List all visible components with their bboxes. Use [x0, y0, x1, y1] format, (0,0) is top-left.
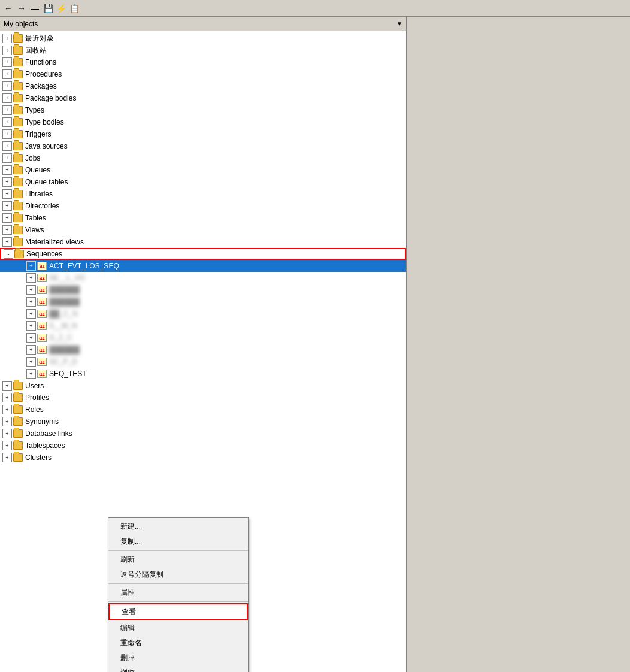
- menu-item-copy[interactable]: 复制...: [108, 534, 248, 549]
- expand-seq-1[interactable]: +: [26, 261, 36, 271]
- expand-recent[interactable]: +: [2, 34, 12, 43]
- label-triggers: Triggers: [25, 130, 52, 138]
- tree-item-package-bodies[interactable]: + Package bodies: [0, 92, 406, 104]
- expand-seq-3[interactable]: +: [26, 285, 36, 295]
- tree-item-seq-9[interactable]: + az SC_P_D: [0, 356, 406, 368]
- tree-item-database-links[interactable]: + Database links: [0, 428, 406, 440]
- menu-item-refresh[interactable]: 刷新: [108, 552, 248, 567]
- expand-synonyms[interactable]: +: [2, 417, 12, 426]
- label-views: Views: [25, 226, 44, 234]
- expand-directories[interactable]: +: [2, 201, 12, 211]
- dash-icon[interactable]: —: [29, 2, 41, 14]
- tree-item-clusters[interactable]: + Clusters: [0, 452, 406, 464]
- tree-item-packages[interactable]: + Packages: [0, 80, 406, 92]
- expand-seq-5[interactable]: +: [26, 309, 36, 319]
- tree-container[interactable]: + 最近对象 + 回收站 + Functions + Procedures +: [0, 31, 406, 672]
- tree-item-seq-5[interactable]: + az ██_C_N: [0, 308, 406, 320]
- menu-item-view[interactable]: 查看: [108, 603, 248, 620]
- expand-materialized-views[interactable]: +: [2, 237, 12, 247]
- expand-libraries[interactable]: +: [2, 189, 12, 199]
- expand-package-bodies[interactable]: +: [2, 93, 12, 103]
- menu-sep-3: [108, 601, 248, 602]
- expand-seq-4[interactable]: +: [26, 297, 36, 307]
- tree-item-recycle[interactable]: + 回收站: [0, 44, 406, 56]
- tree-item-queue-tables[interactable]: + Queue tables: [0, 176, 406, 188]
- tree-item-type-bodies[interactable]: + Type bodies: [0, 116, 406, 128]
- expand-procedures[interactable]: +: [2, 69, 12, 79]
- expand-java-sources[interactable]: +: [2, 141, 12, 151]
- tree-item-users[interactable]: + Users: [0, 380, 406, 392]
- expand-profiles[interactable]: +: [2, 393, 12, 402]
- expand-functions[interactable]: +: [2, 57, 12, 67]
- expand-seq-6[interactable]: +: [26, 321, 36, 331]
- list-icon[interactable]: 📋: [68, 2, 80, 14]
- expand-database-links[interactable]: +: [2, 429, 12, 438]
- folder-icon-queues: [13, 166, 23, 174]
- context-menu: 新建... 复制... 刷新 逗号分隔复制 属性: [108, 517, 249, 672]
- lightning-icon[interactable]: ⚡: [55, 2, 67, 14]
- tree-item-seq-10[interactable]: + az SEQ_TEST: [0, 368, 406, 380]
- tree-item-seq-1[interactable]: + az ACT_EVT_LOS_SEQ: [0, 260, 406, 272]
- menu-item-edit[interactable]: 编辑: [108, 620, 248, 635]
- tree-item-seq-4[interactable]: + az ██████: [0, 296, 406, 308]
- tree-item-views[interactable]: + Views: [0, 224, 406, 236]
- expand-recycle[interactable]: +: [2, 46, 12, 55]
- panel-arrow[interactable]: ▼: [396, 20, 402, 27]
- expand-users[interactable]: +: [2, 381, 12, 391]
- menu-item-properties[interactable]: 属性: [108, 585, 248, 600]
- expand-type-bodies[interactable]: +: [2, 117, 12, 127]
- tree-item-queues[interactable]: + Queues: [0, 164, 406, 176]
- expand-seq-2[interactable]: +: [26, 273, 36, 283]
- menu-item-comma-copy[interactable]: 逗号分隔复制: [108, 567, 248, 582]
- expand-sequences[interactable]: -: [4, 249, 13, 259]
- menu-item-delete[interactable]: 删掉: [108, 650, 248, 665]
- tree-item-profiles[interactable]: + Profiles: [0, 392, 406, 404]
- tree-item-directories[interactable]: + Directories: [0, 200, 406, 212]
- tree-item-functions[interactable]: + Functions: [0, 56, 406, 68]
- expand-views[interactable]: +: [2, 225, 12, 235]
- tree-item-sequences[interactable]: - Sequences: [0, 248, 406, 260]
- tree-item-roles[interactable]: + Roles: [0, 404, 406, 416]
- tree-item-seq-8[interactable]: + az ██████: [0, 344, 406, 356]
- tree-item-types[interactable]: + Types: [0, 104, 406, 116]
- folder-icon-recent: [13, 34, 23, 43]
- tree-item-seq-7[interactable]: + az G_Z_C: [0, 332, 406, 344]
- expand-triggers[interactable]: +: [2, 129, 12, 139]
- tree-item-java-sources[interactable]: + Java sources: [0, 140, 406, 152]
- right-panel: [407, 17, 630, 672]
- expand-seq-9[interactable]: +: [26, 357, 36, 367]
- expand-clusters[interactable]: +: [2, 453, 12, 462]
- expand-queues[interactable]: +: [2, 165, 12, 175]
- expand-seq-10[interactable]: +: [26, 369, 36, 379]
- seq-icon-3: az: [37, 286, 47, 294]
- tree-item-synonyms[interactable]: + Synonyms: [0, 416, 406, 428]
- folder-icon-queue-tables: [13, 178, 23, 186]
- expand-roles[interactable]: +: [2, 405, 12, 414]
- expand-packages[interactable]: +: [2, 81, 12, 91]
- expand-seq-7[interactable]: +: [26, 333, 36, 343]
- tree-item-seq-2[interactable]: + az SE__L_VO: [0, 272, 406, 284]
- expand-types[interactable]: +: [2, 105, 12, 115]
- expand-jobs[interactable]: +: [2, 153, 12, 163]
- tree-item-seq-6[interactable]: + az S__M_N: [0, 320, 406, 332]
- tree-item-triggers[interactable]: + Triggers: [0, 128, 406, 140]
- back-icon[interactable]: ←: [2, 2, 14, 14]
- expand-queue-tables[interactable]: +: [2, 177, 12, 187]
- tree-item-tables[interactable]: + Tables: [0, 212, 406, 224]
- expand-tablespaces[interactable]: +: [2, 441, 12, 450]
- menu-item-browse[interactable]: 浏览: [108, 665, 248, 672]
- tree-item-tablespaces[interactable]: + Tablespaces: [0, 440, 406, 452]
- tree-item-libraries[interactable]: + Libraries: [0, 188, 406, 200]
- expand-seq-8[interactable]: +: [26, 345, 36, 355]
- tree-item-seq-3[interactable]: + az ██████: [0, 284, 406, 296]
- menu-item-new[interactable]: 新建...: [108, 519, 248, 534]
- tree-item-procedures[interactable]: + Procedures: [0, 68, 406, 80]
- folder-icon-java-sources: [13, 142, 23, 150]
- save-icon[interactable]: 💾: [42, 2, 54, 14]
- expand-tables[interactable]: +: [2, 213, 12, 223]
- tree-item-materialized-views[interactable]: + Materialized views: [0, 236, 406, 248]
- tree-item-jobs[interactable]: + Jobs: [0, 152, 406, 164]
- tree-item-recent[interactable]: + 最近对象: [0, 32, 406, 44]
- menu-item-rename[interactable]: 重命名: [108, 635, 248, 650]
- forward-icon[interactable]: →: [16, 2, 28, 14]
